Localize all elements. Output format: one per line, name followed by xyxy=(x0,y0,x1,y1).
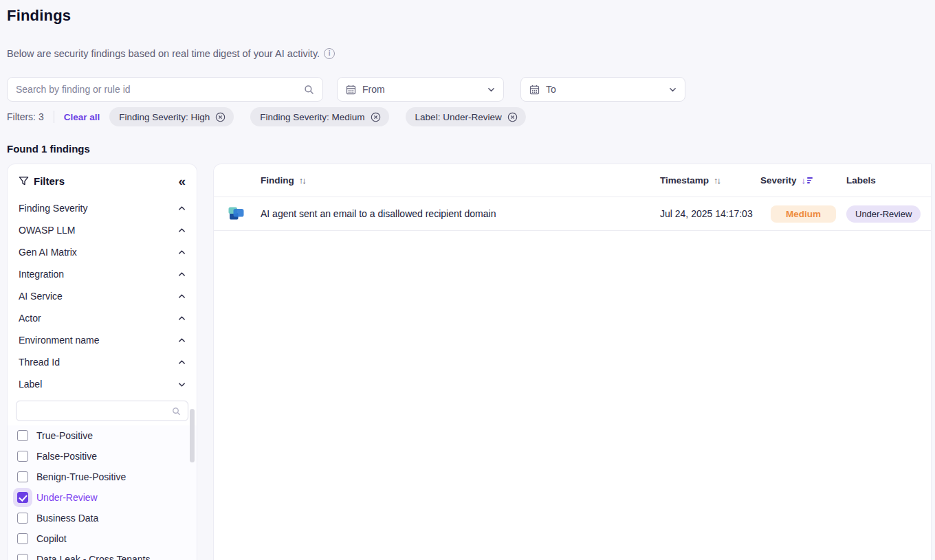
label-option-text: Business Data xyxy=(36,513,98,524)
sidebar-scrollbar[interactable] xyxy=(190,409,195,560)
chevron-icon xyxy=(178,249,186,256)
search-icon xyxy=(304,85,314,95)
label-option[interactable]: False-Positive xyxy=(8,446,197,467)
search-input[interactable] xyxy=(16,84,304,95)
chevron-icon xyxy=(178,227,186,234)
sidebar-section[interactable]: Finding Severity xyxy=(8,197,197,219)
filter-chips: Finding Severity: High Finding Severity:… xyxy=(109,107,525,126)
label-option[interactable]: Under-Review xyxy=(8,487,197,508)
column-header-label: Labels xyxy=(846,175,876,186)
chevron-icon xyxy=(178,205,186,212)
sidebar-section[interactable]: OWASP LLM xyxy=(8,219,197,241)
label-option[interactable]: Copilot xyxy=(8,528,197,549)
finding-title-cell[interactable]: AI agent sent an email to a disallowed r… xyxy=(261,197,660,230)
sidebar-section[interactable]: AI Service xyxy=(8,285,197,307)
table-row[interactable]: AI agent sent an email to a disallowed r… xyxy=(214,197,931,231)
sidebar-section[interactable]: Environment name xyxy=(8,329,197,351)
chevron-down-icon xyxy=(669,86,676,93)
sidebar-section[interactable]: Label xyxy=(8,373,197,395)
calendar-icon xyxy=(529,85,540,95)
timestamp-cell: Jul 24, 2025 14:17:03 xyxy=(660,197,760,230)
sidebar-title: Filters xyxy=(34,175,65,187)
filter-chip[interactable]: Label: Under-Review xyxy=(406,107,526,126)
table-header: ↑↓ ↓ Finding ↑↓ ↓ Timestamp ↑↓ ↓ Severit… xyxy=(214,164,931,197)
page-title: Findings xyxy=(7,7,71,25)
filter-chip-label: Finding Severity: High xyxy=(119,112,210,122)
label-search-input[interactable] xyxy=(23,406,172,416)
copilot-studio-icon xyxy=(228,206,245,222)
checkbox[interactable] xyxy=(17,430,28,441)
filter-chip[interactable]: Finding Severity: High xyxy=(109,107,234,126)
calendar-icon xyxy=(346,85,356,95)
sidebar-sections: Finding Severity OWASP LLM Gen AI Matrix xyxy=(8,196,197,395)
label-option-text: Under-Review xyxy=(36,492,98,503)
column-header[interactable]: Timestamp ↑↓ ↓ xyxy=(660,164,760,197)
filter-chip-label: Label: Under-Review xyxy=(415,112,502,122)
collapse-sidebar-icon[interactable]: « xyxy=(178,175,186,188)
column-header[interactable]: ↑↓ ↓ xyxy=(214,164,261,197)
checkbox[interactable] xyxy=(17,513,28,524)
severity-cell: Medium xyxy=(760,197,846,230)
checkbox[interactable] xyxy=(17,451,28,462)
sidebar-section[interactable]: Thread Id xyxy=(8,351,197,373)
checkbox[interactable] xyxy=(17,492,28,503)
findings-page: Findings Below are security findings bas… xyxy=(0,0,935,560)
checkbox[interactable] xyxy=(17,554,28,560)
clear-all-button[interactable]: Clear all xyxy=(64,112,100,122)
table-body: AI agent sent an email to a disallowed r… xyxy=(214,197,931,231)
remove-filter-icon[interactable] xyxy=(215,112,226,122)
sort-icon[interactable]: ↑↓ xyxy=(714,175,720,186)
scrollbar-thumb[interactable] xyxy=(190,409,195,462)
label-filter-search[interactable] xyxy=(16,401,188,421)
date-to-select[interactable]: To xyxy=(520,77,685,102)
checkbox[interactable] xyxy=(17,471,28,482)
label-option[interactable]: True-Positive xyxy=(8,425,197,446)
divider xyxy=(54,111,54,123)
column-header[interactable]: Labels ↑↓ ↓ xyxy=(846,164,932,197)
sort-icon[interactable]: ↑↓ xyxy=(299,175,305,186)
chevron-icon xyxy=(178,293,186,300)
date-from-label: From xyxy=(362,84,481,95)
chevron-icon xyxy=(178,381,186,388)
filters-sidebar: Filters « Finding Severity OWASP LLM Gen… xyxy=(7,164,197,560)
info-icon[interactable]: i xyxy=(324,48,335,59)
sidebar-title-wrap: Filters xyxy=(19,175,65,187)
sidebar-section-label: Environment name xyxy=(19,335,100,346)
column-header[interactable]: Finding ↑↓ ↓ xyxy=(261,164,660,197)
sort-desc-icon[interactable]: ↓ xyxy=(802,175,813,186)
label-option[interactable]: Data Leak - Cross Tenants xyxy=(8,549,197,560)
filters-count: Filters: 3 xyxy=(7,111,44,122)
sidebar-section[interactable]: Actor xyxy=(8,307,197,329)
remove-filter-icon[interactable] xyxy=(371,112,381,122)
results-summary: Found 1 findings xyxy=(7,143,90,155)
sidebar-section[interactable]: Integration xyxy=(8,263,197,285)
checkbox[interactable] xyxy=(17,533,28,544)
sidebar-section[interactable]: Gen AI Matrix xyxy=(8,241,197,263)
severity-badge: Medium xyxy=(771,205,836,223)
page-subtitle-row: Below are security findings based on rea… xyxy=(7,48,335,59)
page-subtitle: Below are security findings based on rea… xyxy=(7,48,320,59)
label-option[interactable]: Benign-True-Positive xyxy=(8,467,197,487)
findings-search[interactable] xyxy=(7,77,323,102)
label-pill: Under-Review xyxy=(846,205,921,223)
finding-source-cell xyxy=(214,197,261,230)
date-to-label: To xyxy=(546,84,663,95)
date-from-select[interactable]: From xyxy=(337,77,504,102)
search-icon xyxy=(172,407,181,416)
findings-table: ↑↓ ↓ Finding ↑↓ ↓ Timestamp ↑↓ ↓ Severit… xyxy=(213,164,932,560)
label-option-text: Benign-True-Positive xyxy=(36,471,126,482)
funnel-icon xyxy=(19,176,29,186)
filter-chip[interactable]: Finding Severity: Medium xyxy=(250,107,388,126)
label-options-list: True-Positive False-Positive Benign-True… xyxy=(8,425,197,560)
column-header[interactable]: Severity ↑↓ ↓ xyxy=(760,164,846,197)
label-option-text: Data Leak - Cross Tenants xyxy=(36,554,151,560)
sidebar-section-label: OWASP LLM xyxy=(19,225,75,236)
remove-filter-icon[interactable] xyxy=(507,112,518,122)
label-option[interactable]: Business Data xyxy=(8,508,197,528)
labels-cell: Under-Review xyxy=(846,197,932,230)
sidebar-section-label: Thread Id xyxy=(19,357,60,368)
column-header-label: Finding xyxy=(261,175,294,186)
chevron-icon xyxy=(178,359,186,366)
sidebar-section-label: Label xyxy=(19,379,42,390)
sidebar-section-label: Gen AI Matrix xyxy=(19,247,77,258)
